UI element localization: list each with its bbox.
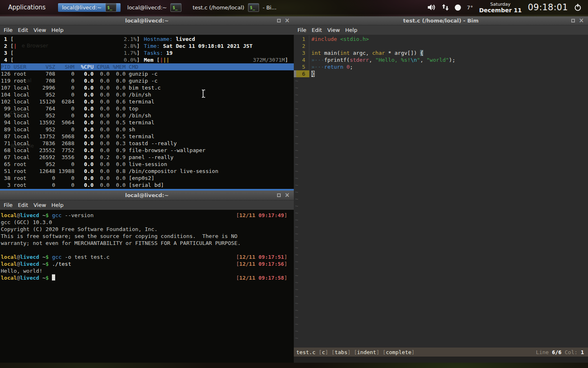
process-table-row: 94 local 13592 5064 0.0 0.0 0.5 terminal — [1, 119, 294, 126]
date-label: December 11 — [479, 7, 521, 13]
process-table-row: 102 local 15120 6284 0.0 0.0 0.6 termina… — [1, 98, 294, 105]
window-title: local@livecd:~ — [125, 192, 169, 198]
applications-menu[interactable]: Applications — [8, 4, 46, 11]
code-line[interactable]: 3int main(int argc, char * argv[]) { — [294, 49, 588, 56]
desktop-icon-label: ckages — [10, 109, 29, 116]
status-cursor-position: Line 6/6 Col: 1 — [536, 349, 584, 355]
empty-line-marker: ~ — [294, 168, 588, 175]
code-line[interactable]: 1#include <stdio.h> — [294, 36, 588, 43]
terminal-line: local@livecd ~$ gcc -o test test.c[12/11… — [1, 254, 294, 260]
taskbar-window-button-1[interactable]: local@livecd:~$_ — [123, 3, 186, 12]
terminal-window-bottom: local@livecd:~ × FileEditViewHelp local@… — [0, 191, 294, 363]
menu-item-help[interactable]: Help — [51, 202, 64, 208]
process-table-row: 126 root 708 0 0.0 0.0 0.0 gunzip -c — [1, 70, 294, 77]
taskbar-window-button-2[interactable]: test.c (/home/local)$_- Bi... — [188, 3, 280, 12]
network-icon[interactable] — [442, 4, 449, 11]
menu-item-edit[interactable]: Edit — [18, 202, 28, 208]
process-table-row: 99 local 764 0 0.0 0.0 0.0 top — [1, 105, 294, 112]
menu-item-view[interactable]: View — [34, 202, 46, 208]
empty-line-marker: ~ — [294, 202, 588, 209]
empty-line-marker: ~ — [294, 119, 588, 126]
close-icon[interactable]: × — [284, 18, 290, 24]
weather-icon[interactable] — [455, 4, 461, 11]
terminal-line: local@livecd ~$ ./test[12/11 09:17:56] — [1, 260, 294, 267]
date-display[interactable]: Saturday December 11 — [479, 2, 521, 13]
empty-line-marker: ~ — [294, 209, 588, 216]
empty-line-marker: ~ — [294, 293, 588, 300]
empty-line-marker: ~ — [294, 230, 588, 237]
empty-line-marker: ~ — [294, 334, 588, 341]
maximize-icon[interactable] — [277, 193, 281, 197]
empty-line-marker: ~ — [294, 300, 588, 307]
process-table-row: 107 local 2996 0 0.0 0.0 0.0 bim test.c — [1, 84, 294, 91]
editor-command-line[interactable] — [294, 357, 588, 363]
process-table-row: 87 local 13752 5068 0.0 0.0 0.5 terminal — [1, 133, 294, 140]
temperature-label: 7° — [467, 4, 473, 11]
menu-item-help[interactable]: Help — [51, 27, 64, 33]
clock[interactable]: 09:18:01 — [528, 2, 568, 12]
menu-item-file[interactable]: File — [4, 202, 13, 208]
cpu-meter-row: 4 [0.0%]372M/3071M]Mem [||| — [1, 56, 294, 63]
menu-item-view[interactable]: View — [327, 27, 340, 33]
empty-line-marker: ~ — [294, 126, 588, 133]
process-table-row: 67 local 26592 3556 0.0 0.2 0.9 panel --… — [1, 154, 294, 161]
cpu-meter-row: 2 [|2.8%]Time: Sat Dec 11 09:18:01 2021 … — [1, 43, 294, 49]
editor-status-bar: test.c [c] [tabs] [indent] [complete] Li… — [294, 348, 588, 357]
menu-item-view[interactable]: View — [34, 27, 46, 33]
empty-line-marker: ~ — [294, 195, 588, 202]
desktop-icon-label: Read Me — [11, 142, 34, 149]
close-icon[interactable]: × — [284, 192, 290, 198]
process-table-row: 71 local 7836 2688 0.0 0.0 0.3 toastd --… — [1, 140, 294, 147]
close-icon[interactable]: × — [579, 18, 584, 24]
volume-icon[interactable] — [428, 4, 436, 11]
menu-item-file[interactable]: File — [4, 27, 13, 33]
empty-line-marker: ~ — [294, 286, 588, 293]
titlebar[interactable]: local@livecd:~ × — [0, 191, 294, 200]
mouse-ibeam-cursor — [201, 90, 206, 99]
empty-line-marker: ~ — [294, 182, 588, 188]
terminal-line — [1, 247, 294, 254]
titlebar[interactable]: local@livecd:~ × — [0, 16, 294, 25]
code-line[interactable]: 5»···return 0; — [294, 63, 588, 70]
line-number: 2 — [294, 43, 309, 49]
menu-item-help[interactable]: Help — [345, 27, 358, 33]
maximize-icon[interactable] — [277, 19, 281, 22]
terminal-output-top[interactable]: e BrowserminalckagesRead Me 1 [2.1%]Host… — [0, 35, 294, 189]
editor-buffer[interactable]: 1#include <stdio.h>23int main(int argc, … — [294, 35, 588, 348]
taskbar-window-button-0[interactable]: local@livecd:~$_ — [58, 3, 121, 12]
text-cursor — [52, 274, 55, 280]
code-line[interactable]: 4»···fprintf(stderr, "Hello, %s!\n", "wo… — [294, 56, 588, 63]
menu-item-file[interactable]: File — [297, 27, 306, 33]
process-table-row: 96 local 952 0 0.0 0.0 0.0 /bin/sh — [1, 112, 294, 119]
empty-line-marker: ~ — [294, 258, 588, 265]
empty-line-marker: ~ — [294, 188, 588, 195]
menu-item-edit[interactable]: Edit — [312, 27, 322, 33]
timestamp: [12/11 09:17:49] — [236, 212, 287, 219]
cpu-meter-row: 1 [2.1%]Hostname: livecd — [1, 36, 294, 43]
titlebar[interactable]: test.c (/home/local) - Bim × — [294, 16, 588, 25]
code-line[interactable]: 2 — [294, 43, 588, 49]
empty-line-marker: ~ — [294, 112, 588, 119]
process-table-row: 119 root 708 0 0.0 0.0 0.0 gunzip -c — [1, 77, 294, 84]
empty-line-marker: ~ — [294, 140, 588, 147]
process-table-row: 104 local 952 0 0.0 0.0 0.0 /bin/sh — [1, 91, 294, 98]
terminal-icon: $_ — [105, 3, 116, 12]
code-line[interactable]: 6} — [294, 70, 588, 77]
terminal-line: This is free software; see the source fo… — [1, 233, 294, 240]
timestamp: [12/11 09:17:58] — [236, 274, 287, 281]
line-number: 3 — [294, 49, 309, 56]
process-table-header[interactable]: PID USER VSZ SHM %CPU CPUA %MEM CMD — [1, 63, 294, 70]
terminal-output-bottom[interactable]: local@livecd ~$ gcc --version[12/11 09:1… — [0, 210, 294, 363]
power-icon[interactable] — [574, 4, 581, 11]
process-table-row: 38 root 0 0 0.0 0.0 0.0 [enp0s2] — [1, 175, 294, 182]
empty-line-marker: ~ — [294, 272, 588, 279]
menu-item-edit[interactable]: Edit — [18, 27, 28, 33]
terminal-line: local@livecd ~$ [12/11 09:17:58] — [1, 274, 294, 281]
empty-line-marker: ~ — [294, 279, 588, 286]
empty-line-marker: ~ — [294, 91, 588, 98]
terminal-line: Copyright (C) 2020 Free Software Foundat… — [1, 226, 294, 233]
maximize-icon[interactable] — [571, 19, 575, 22]
process-table-row: 51 root 12648 13988 0.0 0.0 0.8 /bin/com… — [1, 168, 294, 175]
process-table-row: 3 root 0 0 0.0 0.0 0.0 [serial bd] — [1, 182, 294, 188]
terminal-window-top: local@livecd:~ × FileEditViewHelp e Brow… — [0, 16, 294, 191]
